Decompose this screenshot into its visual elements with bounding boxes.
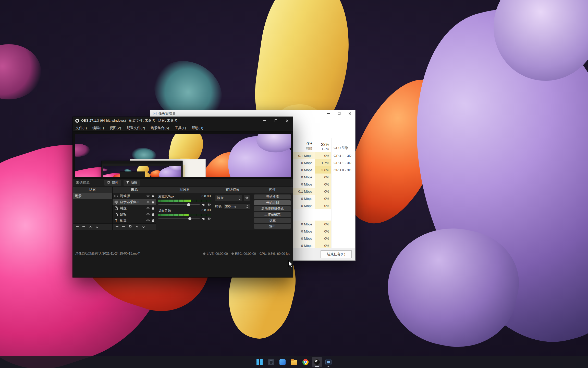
taskbar-chrome[interactable] — [300, 357, 311, 367]
visibility-eye-icon[interactable] — [146, 219, 150, 222]
scenes-toolbar — [73, 223, 112, 230]
source-properties-button[interactable] — [127, 224, 133, 229]
taskbar-icons — [254, 357, 334, 367]
mouse-cursor — [288, 260, 293, 269]
move-source-up-button[interactable] — [134, 224, 140, 229]
move-scene-up-button[interactable] — [88, 224, 93, 229]
transition-select[interactable]: 淡变 — [215, 195, 242, 201]
remove-source-button[interactable] — [121, 224, 126, 229]
transition-gear-button[interactable] — [244, 195, 250, 201]
visibility-eye-icon[interactable] — [146, 213, 150, 215]
column-header-gpu[interactable]: 22% GPU — [315, 138, 331, 152]
control-button[interactable]: 设置 — [254, 218, 291, 223]
wallpaper-shape — [0, 44, 41, 99]
lock-icon[interactable] — [152, 219, 154, 222]
obs-titlebar[interactable]: OBS 27.1.3 (64-bit, windows) - 配置文件: 未命名… — [73, 117, 293, 124]
menu-item[interactable]: 帮助(H) — [189, 124, 206, 132]
obs-close-button[interactable] — [281, 117, 293, 124]
channel-name: 桌面音频 — [158, 209, 171, 213]
tm-titlebar[interactable]: 任务管理器 — [150, 110, 355, 117]
chevron-up-icon — [136, 226, 138, 228]
taskbar-task-view[interactable] — [266, 357, 276, 367]
gpu-engine-cell — [331, 242, 355, 248]
source-item[interactable]: 显示器采集 3 — [113, 199, 156, 205]
visibility-eye-icon[interactable] — [146, 207, 150, 209]
gear-icon[interactable] — [207, 217, 211, 220]
source-label: 键盘 — [120, 206, 127, 211]
add-scene-button[interactable] — [74, 224, 80, 229]
tm-minimize-button[interactable] — [323, 110, 334, 117]
volume-slider[interactable] — [158, 203, 200, 206]
filters-button[interactable]: 滤镜 — [124, 180, 140, 186]
duration-input[interactable]: 300 ms — [223, 203, 250, 210]
channel-db: 0.0 dB — [202, 194, 211, 199]
taskbar-app-dark[interactable] — [323, 357, 334, 367]
control-button[interactable]: 开始录制 — [254, 200, 291, 205]
sources-dock-title: 来源 — [113, 187, 156, 193]
end-task-button[interactable]: 结束任务(E) — [321, 250, 352, 258]
menu-item[interactable]: 文件(F) — [73, 124, 90, 132]
visibility-eye-icon[interactable] — [146, 195, 150, 197]
obs-docks: 场景 场景 来源 游戏源显示器采集 3键盘鼠标T配置 — [73, 187, 293, 230]
obs-maximize-button[interactable] — [270, 117, 281, 124]
lock-icon[interactable] — [152, 207, 154, 210]
move-scene-down-button[interactable] — [94, 224, 100, 229]
chevron-down-icon — [96, 225, 98, 228]
menu-item[interactable]: 编辑(E) — [90, 124, 107, 132]
rec-timer: REC: 00:00:00 — [235, 252, 256, 256]
speaker-icon[interactable] — [202, 217, 205, 220]
source-item[interactable]: 鼠标 — [113, 211, 156, 217]
gpu-engine-cell — [331, 202, 355, 209]
close-icon — [286, 119, 289, 122]
taskbar-app-window[interactable] — [277, 357, 288, 367]
live-timer: LIVE: 00:00:00 — [207, 252, 228, 256]
source-item[interactable]: T配置 — [113, 217, 156, 223]
tm-close-button[interactable] — [345, 110, 355, 117]
minimize-icon — [327, 113, 330, 114]
plus-icon — [76, 225, 79, 228]
obs-preview[interactable] — [73, 132, 293, 179]
volume-slider[interactable] — [158, 217, 200, 221]
properties-button[interactable]: 属性 — [104, 180, 121, 186]
close-icon — [348, 112, 351, 115]
plus-icon — [116, 225, 118, 228]
gpu-cell: 0% — [315, 152, 331, 159]
remove-scene-button[interactable] — [81, 224, 87, 229]
taskbar-start[interactable] — [254, 357, 265, 367]
scene-item[interactable]: 场景 — [73, 193, 112, 199]
menu-item[interactable]: 视图(V) — [107, 124, 124, 132]
menu-item[interactable]: 场景集合(S) — [148, 124, 172, 132]
visibility-eye-icon[interactable] — [146, 201, 150, 203]
source-label: 配置 — [120, 218, 127, 223]
menu-item[interactable]: 配置文件(P) — [124, 124, 148, 132]
mixer-channel: 麦克风/Aux 0.0 dB — [158, 194, 211, 206]
gpu-engine-cell — [331, 228, 355, 235]
obs-minimize-button[interactable] — [259, 117, 270, 124]
mixer-dock-title: 混音器 — [156, 187, 213, 193]
spinner-icons[interactable] — [247, 205, 248, 208]
control-button[interactable]: 启动虚拟摄像机 — [254, 206, 291, 211]
column-header-gpu-engine[interactable]: GPU 引擎 — [331, 138, 355, 152]
lock-icon[interactable] — [152, 201, 154, 204]
control-button[interactable]: 退出 — [254, 224, 291, 229]
source-item[interactable]: 键盘 — [113, 205, 156, 211]
slider-knob[interactable] — [187, 203, 190, 206]
file-icon — [114, 206, 118, 210]
lock-icon[interactable] — [152, 213, 154, 216]
taskbar-obs[interactable] — [312, 357, 322, 367]
control-button[interactable]: 工作室模式 — [254, 212, 291, 217]
lock-icon[interactable] — [152, 194, 154, 198]
add-source-button[interactable] — [114, 224, 120, 229]
speaker-icon[interactable] — [202, 203, 205, 206]
minus-icon — [82, 226, 85, 227]
taskbar-file-explorer[interactable] — [289, 357, 299, 367]
menu-item[interactable]: 工具(T) — [172, 124, 189, 132]
slider-knob[interactable] — [188, 217, 191, 220]
source-item[interactable]: 游戏源 — [113, 193, 156, 199]
control-button[interactable]: 开始推流 — [254, 194, 291, 199]
tm-maximize-button[interactable] — [334, 110, 345, 117]
volume-meter — [158, 200, 211, 202]
move-source-down-button[interactable] — [141, 224, 146, 229]
gear-icon[interactable] — [207, 203, 211, 206]
app-window-icon — [279, 359, 286, 365]
